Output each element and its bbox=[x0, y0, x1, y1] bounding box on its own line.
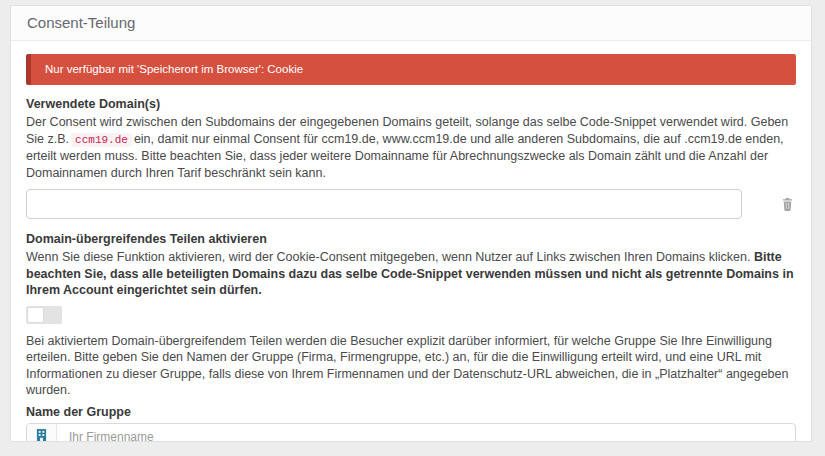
warning-alert: Nur verfügbar mit 'Speicherort im Browse… bbox=[26, 54, 796, 85]
group-name-addon bbox=[27, 424, 57, 443]
code-snippet-chip: ccm19.de bbox=[71, 133, 132, 147]
used-domains-description-part2: ein, damit nur einmal Consent für ccm19.… bbox=[26, 132, 784, 180]
card-header: Consent-Teilung bbox=[11, 6, 811, 41]
cross-domain-description-regular: Wenn Sie diese Funktion aktivieren, wird… bbox=[26, 250, 750, 264]
group-name-label: Name der Gruppe bbox=[26, 405, 796, 419]
card-body: Nur verfügbar mit 'Speicherort im Browse… bbox=[11, 41, 811, 442]
used-domains-description: Der Consent wird zwischen den Subdomains… bbox=[26, 114, 796, 181]
page-background: Consent-Teilung Nur verfügbar mit 'Speic… bbox=[0, 0, 825, 456]
cross-domain-sharing-label: Domain-übergreifendes Teilen aktivieren bbox=[26, 232, 796, 246]
page-title: Consent-Teilung bbox=[27, 14, 135, 31]
group-info-description: Bei aktiviertem Domain-übergreifendem Te… bbox=[26, 333, 796, 399]
building-icon bbox=[36, 428, 47, 442]
domain-input-row bbox=[26, 189, 796, 219]
delete-domain-button[interactable] bbox=[780, 196, 795, 213]
toggle-knob bbox=[28, 308, 43, 322]
trash-icon bbox=[782, 199, 793, 214]
group-name-input-group bbox=[26, 423, 796, 443]
consent-sharing-card: Consent-Teilung Nur verfügbar mit 'Speic… bbox=[10, 5, 812, 442]
cross-domain-sharing-description: Wenn Sie diese Funktion aktivieren, wird… bbox=[26, 249, 796, 299]
cross-domain-toggle[interactable] bbox=[26, 306, 62, 324]
used-domains-label: Verwendete Domain(s) bbox=[26, 97, 796, 111]
warning-alert-text: Nur verfügbar mit 'Speicherort im Browse… bbox=[45, 63, 303, 75]
group-name-input[interactable] bbox=[57, 424, 795, 443]
domain-input[interactable] bbox=[26, 189, 742, 219]
